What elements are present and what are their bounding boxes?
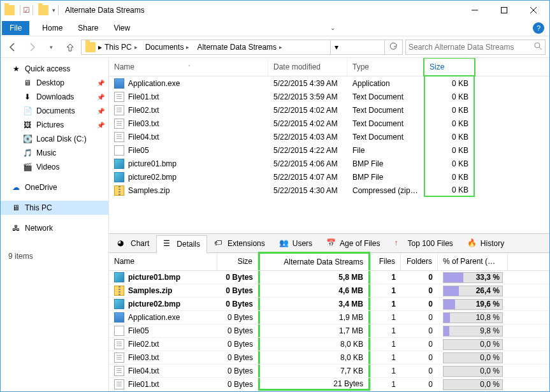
- chevron-right-icon[interactable]: ▸: [279, 44, 282, 50]
- dcol-folders[interactable]: Folders: [401, 253, 438, 270]
- column-name[interactable]: Name˄: [109, 58, 268, 76]
- file-row[interactable]: picture02.bmp 5/22/2015 4:07 AM BMP File…: [109, 170, 549, 184]
- quick-access-check-icon[interactable]: ☑: [23, 6, 30, 15]
- nav-downloads[interactable]: ⬇Downloads📌: [1, 90, 108, 104]
- nav-quick-access[interactable]: ★Quick access: [1, 62, 108, 76]
- detail-name: File05: [128, 326, 149, 335]
- breadcrumb-item[interactable]: Documents: [145, 43, 184, 52]
- detail-row[interactable]: Application.exe 0 Bytes 1,9 MB 1 0 10,8 …: [109, 311, 549, 324]
- detail-row[interactable]: File01.txt 0 Bytes 21 Bytes 1 0 0,0 %: [109, 378, 549, 391]
- detail-size: 0 Bytes: [217, 286, 258, 295]
- search-icon[interactable]: [533, 41, 542, 52]
- chevron-right-icon[interactable]: ▸: [134, 44, 138, 50]
- nav-network[interactable]: 🖧Network: [1, 221, 108, 235]
- tab-extensions[interactable]: 🏷Extensions: [207, 235, 272, 252]
- file-row[interactable]: File04.txt 5/22/2015 4:03 AM Text Docume…: [109, 130, 549, 143]
- address-dropdown[interactable]: ▾: [330, 40, 342, 54]
- detail-name: Samples.zip: [128, 286, 172, 295]
- detail-ads: 1,7 MB: [258, 324, 370, 337]
- tab-details[interactable]: ☰Details: [156, 235, 207, 253]
- file-type: BMP File: [347, 159, 424, 168]
- column-size[interactable]: Size: [423, 58, 475, 76]
- file-date: 5/22/2015 4:02 AM: [268, 106, 347, 115]
- detail-row[interactable]: Samples.zip 0 Bytes 4,6 MB 1 0 26,4 %: [109, 284, 549, 298]
- detail-row[interactable]: picture01.bmp 0 Bytes 5,8 MB 1 0 33,3 %: [109, 271, 549, 284]
- star-icon: ★: [11, 64, 21, 74]
- tab-chart[interactable]: ◕Chart: [110, 235, 156, 252]
- detail-folders: 0: [401, 326, 438, 335]
- minimize-button[interactable]: [460, 1, 489, 20]
- file-row[interactable]: Samples.zip 5/22/2015 4:30 AM Compressed…: [109, 184, 549, 197]
- nav-pictures[interactable]: 🖼Pictures📌: [1, 118, 108, 132]
- recent-dropdown[interactable]: ▾: [43, 39, 59, 55]
- detail-size: 0 Bytes: [217, 340, 258, 349]
- home-tab[interactable]: Home: [34, 21, 70, 35]
- view-tab[interactable]: View: [106, 21, 138, 35]
- detail-folders: 0: [401, 300, 438, 309]
- file-date: 5/22/2015 4:30 AM: [268, 186, 347, 195]
- nav-localdisk[interactable]: 💽Local Disk (C:): [1, 132, 108, 146]
- file-row[interactable]: picture01.bmp 5/22/2015 4:06 AM BMP File…: [109, 157, 549, 170]
- bmp-icon: [114, 159, 124, 169]
- folder-icon: [38, 5, 48, 15]
- exe-icon: [114, 312, 124, 323]
- file-row[interactable]: Application.exe 5/22/2015 4:39 AM Applic…: [109, 76, 549, 90]
- breadcrumb-item[interactable]: Alternate Data Streams: [197, 43, 277, 52]
- column-type[interactable]: Type: [347, 58, 424, 76]
- search-input[interactable]: [409, 43, 533, 52]
- file-name: File04.txt: [128, 133, 159, 142]
- detail-row[interactable]: File03.txt 0 Bytes 8,0 KB 1 0 0,0 %: [109, 351, 549, 365]
- detail-name: File03.txt: [128, 353, 159, 362]
- nav-thispc[interactable]: 🖥This PC: [1, 201, 108, 215]
- chevron-right-icon[interactable]: ▸: [186, 44, 189, 50]
- nav-music[interactable]: 🎵Music: [1, 146, 108, 160]
- column-date[interactable]: Date modified: [268, 58, 347, 76]
- detail-row[interactable]: picture02.bmp 0 Bytes 3,4 MB 1 0 19,6 %: [109, 298, 549, 311]
- nav-desktop[interactable]: 🖥Desktop📌: [1, 76, 108, 90]
- tab-top100[interactable]: ↑Top 100 Files: [387, 235, 460, 252]
- back-button[interactable]: [4, 39, 21, 55]
- up-button[interactable]: [62, 39, 78, 55]
- file-row[interactable]: File03.txt 5/22/2015 4:02 AM Text Docume…: [109, 117, 549, 130]
- nav-documents[interactable]: 📄Documents📌: [1, 104, 108, 118]
- dcol-files[interactable]: Files: [370, 253, 401, 270]
- detail-row[interactable]: File02.txt 0 Bytes 8,0 KB 1 0 0,0 %: [109, 338, 549, 351]
- maximize-button[interactable]: [489, 1, 519, 20]
- file-row[interactable]: File05 5/22/2015 4:22 AM File 0 KB: [109, 143, 549, 157]
- detail-row[interactable]: File05 0 Bytes 1,7 MB 1 0 9,8 %: [109, 324, 549, 338]
- caret-down-icon[interactable]: ▾: [52, 7, 55, 13]
- zip-icon: [114, 185, 124, 196]
- breadcrumb-item[interactable]: This PC: [105, 43, 132, 52]
- refresh-button[interactable]: [384, 40, 401, 54]
- file-tab[interactable]: File: [2, 21, 29, 35]
- tab-users[interactable]: 👥Users: [272, 235, 319, 252]
- percent-bar: 33,3 %: [443, 272, 503, 283]
- close-button[interactable]: [519, 1, 548, 20]
- ribbon-chevron-icon[interactable]: ⌄: [330, 24, 335, 31]
- dcol-ads[interactable]: Alternate Data Streams: [258, 252, 370, 270]
- detail-row[interactable]: File04.txt 0 Bytes 7,7 KB 1 0 0,0 %: [109, 365, 549, 378]
- file-row[interactable]: File02.txt 5/22/2015 4:02 AM Text Docume…: [109, 103, 549, 117]
- documents-icon: 📄: [22, 106, 33, 116]
- percent-bar: 0,0 %: [443, 379, 503, 390]
- help-button[interactable]: ?: [533, 22, 544, 34]
- dcol-pct[interactable]: % of Parent (…: [438, 253, 508, 270]
- file-size: 0 KB: [424, 117, 475, 130]
- search-box[interactable]: [405, 40, 546, 55]
- detail-ads: 8,0 KB: [258, 338, 370, 351]
- file-row[interactable]: File01.txt 5/22/2015 3:59 AM Text Docume…: [109, 90, 549, 103]
- tab-age[interactable]: 📅Age of Files: [319, 235, 387, 252]
- list-icon: ☰: [163, 239, 173, 249]
- dcol-name[interactable]: Name: [109, 253, 217, 270]
- nav-onedrive[interactable]: ☁OneDrive: [1, 180, 108, 194]
- nav-videos[interactable]: 🎬Videos: [1, 160, 108, 174]
- file-date: 5/22/2015 4:07 AM: [268, 173, 347, 182]
- file-name: Samples.zip: [128, 186, 170, 195]
- file-name: picture01.bmp: [128, 159, 177, 168]
- tab-history[interactable]: 🔥History: [460, 235, 511, 252]
- file-type: Text Document: [347, 133, 424, 142]
- breadcrumb[interactable]: ▸ This PC▸ Documents▸ Alternate Data Str…: [81, 40, 403, 55]
- dcol-size[interactable]: Size: [217, 253, 258, 270]
- forward-button[interactable]: [24, 39, 40, 55]
- share-tab[interactable]: Share: [70, 21, 106, 35]
